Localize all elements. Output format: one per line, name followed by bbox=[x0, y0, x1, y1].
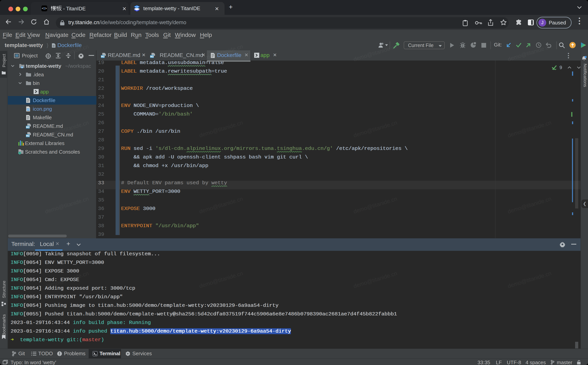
svg-text:MD: MD bbox=[26, 126, 30, 129]
svg-text:MD: MD bbox=[26, 134, 30, 137]
svg-text:MD: MD bbox=[150, 55, 154, 58]
svg-text:MD: MD bbox=[101, 55, 105, 58]
